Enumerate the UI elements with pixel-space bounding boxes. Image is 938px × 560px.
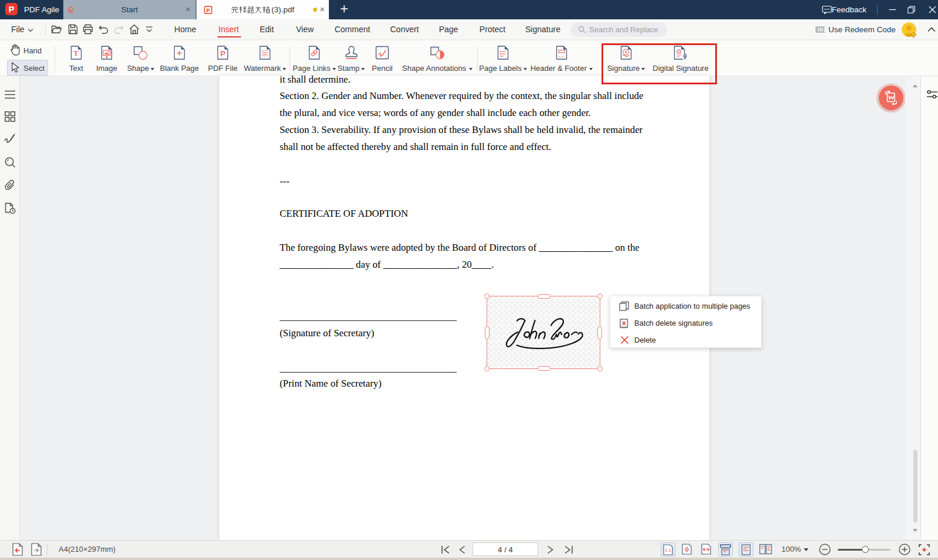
svg-text:P: P [206,7,210,13]
svg-text:1:1: 1:1 [665,548,672,553]
